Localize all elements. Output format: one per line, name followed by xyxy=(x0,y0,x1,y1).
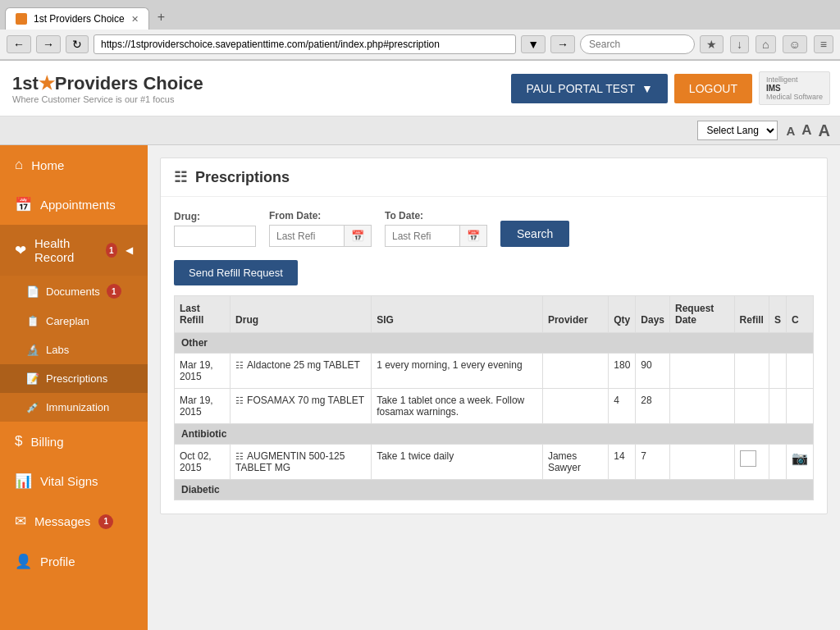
language-selector[interactable]: Select Lang xyxy=(697,121,778,140)
url-bar[interactable] xyxy=(94,34,516,54)
sidebar-home-label: Home xyxy=(31,158,64,172)
active-browser-tab[interactable]: 1st Providers Choice ✕ xyxy=(5,7,149,30)
user-portal-button[interactable]: PAUL PORTAL TEST ▼ xyxy=(511,74,667,103)
to-date-calendar-icon[interactable]: 📅 xyxy=(459,226,486,246)
app-logo: 1st★Providers Choice Where Customer Serv… xyxy=(0,65,501,112)
search-button[interactable]: Search xyxy=(500,221,569,247)
billing-icon: $ xyxy=(15,433,22,450)
sidebar-labs-label: Labs xyxy=(46,344,69,356)
row-c[interactable]: 📷 xyxy=(786,445,813,480)
col-sig: SIG xyxy=(372,296,543,333)
from-date-calendar-icon[interactable]: 📅 xyxy=(344,226,371,246)
url-go-button[interactable]: → xyxy=(550,35,575,53)
sidebar-item-health-record[interactable]: ❤ Health Record 1 ◀ xyxy=(0,225,148,276)
vital-signs-icon: 📊 xyxy=(15,472,32,490)
row-qty: 180 xyxy=(609,354,636,389)
prescriptions-icon: 📝 xyxy=(26,372,39,385)
row-refill[interactable] xyxy=(734,445,769,480)
row-last-refill: Oct 02, 2015 xyxy=(175,445,231,480)
logo-prefix: 1st xyxy=(12,73,39,94)
back-button[interactable]: ← xyxy=(7,35,31,53)
drug-label: Drug: xyxy=(174,211,256,222)
menu-icon[interactable]: ≡ xyxy=(814,35,833,53)
drug-icon: ☷ xyxy=(235,360,244,370)
profile-icon: 👤 xyxy=(15,553,32,570)
sidebar-item-billing[interactable]: $ Billing xyxy=(0,422,148,461)
sidebar-item-profile[interactable]: 👤 Profile xyxy=(0,541,148,582)
col-c: C xyxy=(786,296,813,333)
row-request-date xyxy=(670,389,735,424)
row-s xyxy=(769,389,786,424)
download-icon[interactable]: ↓ xyxy=(730,35,749,53)
sidebar-sub-menu: 📄 Documents 1 📋 Careplan 🔬 Labs 📝 Prescr… xyxy=(0,276,148,422)
logout-button[interactable]: LOGOUT xyxy=(674,74,752,103)
text-size-large-icon[interactable]: A xyxy=(819,121,830,140)
sidebar-item-appointments[interactable]: 📅 Appointments xyxy=(0,185,148,225)
row-drug: ☷FOSAMAX 70 mg TABLET xyxy=(231,389,372,424)
from-date-label: From Date: xyxy=(269,210,372,221)
table-row: Mar 19, 2015 ☷Aldactone 25 mg TABLET 1 e… xyxy=(175,354,814,389)
app-header: 1st★Providers Choice Where Customer Serv… xyxy=(0,61,840,116)
home-nav-icon[interactable]: ⌂ xyxy=(756,35,775,53)
prescriptions-title: Prescriptions xyxy=(195,169,290,186)
row-days: 28 xyxy=(636,389,670,424)
ims-logo: Intelligent IMS Medical Software xyxy=(759,71,830,105)
user-nav-icon[interactable]: ☺ xyxy=(783,35,807,53)
sidebar-health-label: Health Record xyxy=(34,236,98,264)
sidebar-profile-label: Profile xyxy=(40,555,75,568)
refresh-button[interactable]: ↻ xyxy=(66,35,89,53)
text-size-normal-icon[interactable]: A xyxy=(786,121,795,140)
from-date-input[interactable] xyxy=(270,226,344,246)
to-date-input[interactable] xyxy=(386,226,459,246)
logo-title: 1st★Providers Choice xyxy=(12,73,489,94)
group-other-label: Other xyxy=(175,333,814,354)
lang-select-wrap: Select Lang xyxy=(697,121,778,140)
tab-close-button[interactable]: ✕ xyxy=(131,14,139,25)
prescriptions-panel-icon: ☷ xyxy=(174,168,187,186)
sidebar-careplan-label: Careplan xyxy=(46,315,89,327)
filter-form: Drug: From Date: 📅 To Date: xyxy=(174,210,814,247)
panel-body: Drug: From Date: 📅 To Date: xyxy=(161,197,827,514)
col-last-refill: Last Refill xyxy=(175,296,231,333)
col-s: S xyxy=(769,296,786,333)
col-drug: Drug xyxy=(231,296,372,333)
sidebar-item-documents[interactable]: 📄 Documents 1 xyxy=(0,276,148,307)
camera-icon[interactable]: 📷 xyxy=(792,451,808,465)
tab-title: 1st Providers Choice xyxy=(34,13,125,25)
col-qty: Qty xyxy=(609,296,636,333)
text-size-medium-icon[interactable]: A xyxy=(801,121,811,140)
new-tab-button[interactable]: + xyxy=(149,5,173,30)
sidebar-documents-label: Documents xyxy=(46,285,100,298)
from-date-group: From Date: 📅 xyxy=(269,210,372,247)
row-sig: Take 1 twice daily xyxy=(372,445,543,480)
drug-input[interactable] xyxy=(174,226,256,247)
sidebar-item-careplan[interactable]: 📋 Careplan xyxy=(0,307,148,336)
row-days: 7 xyxy=(636,445,670,480)
sidebar-item-messages[interactable]: ✉ Messages 1 xyxy=(0,501,148,541)
row-qty: 4 xyxy=(609,389,636,424)
url-expand-button[interactable]: ▼ xyxy=(521,35,546,53)
prescriptions-table: Last Refill Drug SIG Provider Qty Days R… xyxy=(174,295,814,500)
sidebar-item-immunization[interactable]: 💉 Immunization xyxy=(0,393,148,422)
drug-icon: ☷ xyxy=(235,395,244,405)
sidebar-item-prescriptions[interactable]: 📝 Prescriptions xyxy=(0,364,148,393)
health-record-badge: 1 xyxy=(106,243,117,258)
from-date-wrap: 📅 xyxy=(269,225,372,247)
sidebar-item-vital-signs[interactable]: 📊 Vital Signs xyxy=(0,461,148,501)
send-refill-button[interactable]: Send Refill Request xyxy=(174,260,298,285)
sidebar-item-home[interactable]: ⌂ Home xyxy=(0,145,148,185)
row-drug: ☷Aldactone 25 mg TABLET xyxy=(231,354,372,389)
row-drug: ☷AUGMENTIN 500-125 TABLET MG xyxy=(231,445,372,480)
row-s xyxy=(769,354,786,389)
bookmark-icon[interactable]: ★ xyxy=(700,35,724,53)
refill-checkbox[interactable] xyxy=(740,450,756,467)
messages-badge: 1 xyxy=(98,514,113,529)
to-date-wrap: 📅 xyxy=(385,225,487,247)
forward-button[interactable]: → xyxy=(36,35,61,53)
table-row: Mar 19, 2015 ☷FOSAMAX 70 mg TABLET Take … xyxy=(175,389,814,424)
browser-search-input[interactable] xyxy=(580,34,695,54)
row-provider xyxy=(542,389,608,424)
group-other: Other xyxy=(175,333,814,354)
sidebar-item-labs[interactable]: 🔬 Labs xyxy=(0,336,148,364)
group-diabetic: Diabetic xyxy=(175,480,814,500)
